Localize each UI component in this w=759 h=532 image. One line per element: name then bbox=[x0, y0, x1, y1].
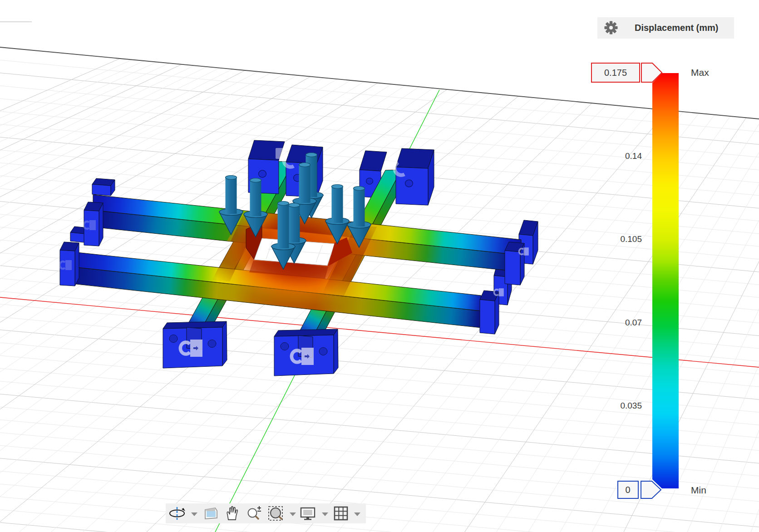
svg-text:Min: Min bbox=[691, 485, 706, 495]
svg-text:0.175: 0.175 bbox=[604, 68, 627, 78]
svg-text:0.035: 0.035 bbox=[620, 401, 642, 410]
svg-text:0.07: 0.07 bbox=[625, 318, 642, 327]
svg-text:Displacement (mm): Displacement (mm) bbox=[635, 23, 719, 33]
svg-text:Max: Max bbox=[691, 67, 709, 78]
svg-text:0.14: 0.14 bbox=[625, 151, 642, 161]
svg-text:0.105: 0.105 bbox=[620, 234, 642, 244]
svg-text:0: 0 bbox=[625, 485, 630, 495]
